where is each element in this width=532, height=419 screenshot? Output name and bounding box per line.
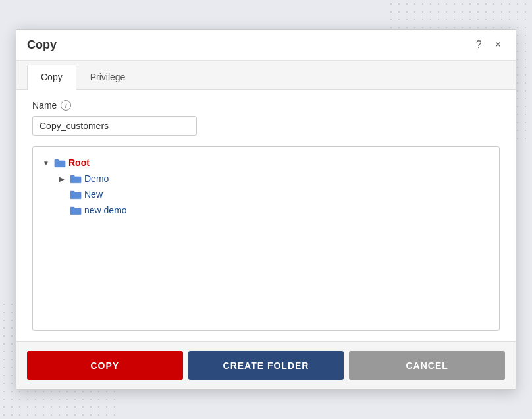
tab-privilege[interactable]: Privilege bbox=[76, 65, 140, 89]
info-icon: i bbox=[61, 100, 71, 111]
tree-item-new[interactable]: New bbox=[57, 186, 491, 202]
folder-demo-icon bbox=[70, 173, 82, 184]
copy-button[interactable]: COPY bbox=[27, 351, 183, 380]
folder-new-icon bbox=[70, 188, 82, 200]
footer: COPY CREATE FOLDER CANCEL bbox=[16, 341, 516, 389]
tree-item-root[interactable]: Root bbox=[41, 155, 491, 171]
dialog-content: Name i Root bbox=[16, 90, 516, 341]
folder-root-icon bbox=[54, 157, 66, 169]
name-label: Name i bbox=[32, 100, 500, 111]
tree-label-demo: Demo bbox=[84, 173, 109, 184]
chevron-demo-icon bbox=[57, 173, 67, 184]
close-button[interactable]: × bbox=[491, 36, 505, 53]
title-bar-left: Copy bbox=[27, 38, 57, 52]
title-bar: Copy ? × bbox=[16, 30, 516, 61]
tree-children-root: Demo New bbox=[41, 171, 491, 218]
name-label-text: Name bbox=[32, 100, 57, 111]
help-button[interactable]: ? bbox=[472, 36, 486, 53]
tree-item-demo[interactable]: Demo bbox=[57, 171, 491, 186]
dialog-title: Copy bbox=[27, 38, 57, 52]
tree-label-root: Root bbox=[68, 157, 90, 168]
create-folder-button[interactable]: CREATE FOLDER bbox=[188, 351, 344, 380]
tree-label-new-demo: new demo bbox=[84, 205, 127, 215]
folder-new-demo-icon bbox=[70, 204, 82, 216]
copy-dialog: Copy ? × Copy Privilege Name i bbox=[16, 29, 516, 390]
name-input[interactable] bbox=[32, 116, 197, 136]
chevron-root-icon bbox=[41, 157, 51, 168]
tabs-container: Copy Privilege bbox=[16, 61, 516, 90]
tree-item-new-demo[interactable]: new demo bbox=[57, 202, 491, 218]
tree-label-new: New bbox=[84, 189, 103, 200]
cancel-button[interactable]: CANCEL bbox=[349, 351, 505, 380]
tree-container: Root Demo bbox=[32, 146, 500, 331]
title-bar-right: ? × bbox=[472, 36, 505, 53]
tab-copy[interactable]: Copy bbox=[27, 65, 76, 90]
